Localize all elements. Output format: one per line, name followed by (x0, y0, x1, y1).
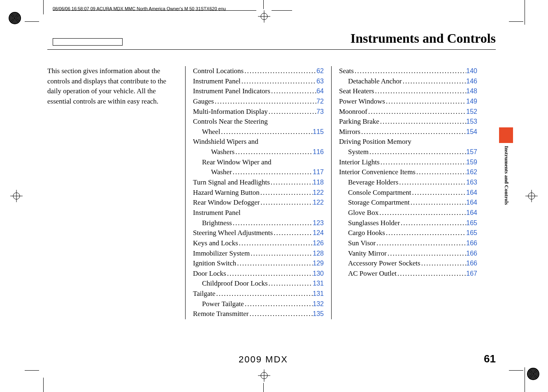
toc-label: Brightness (202, 218, 232, 228)
toc-label: Tailgate (193, 289, 216, 299)
toc-leader-dots (369, 147, 466, 157)
toc-entry: Instrument Panel63 (193, 76, 324, 87)
toc-entry: Tailgate131 (193, 289, 324, 299)
toc-page-link[interactable]: 163 (466, 178, 477, 187)
toc-page-link[interactable]: 166 (466, 249, 477, 258)
toc-entry: Washers116 (193, 147, 324, 157)
toc-leader-dots (360, 127, 466, 137)
toc-label: Washer (211, 167, 232, 178)
toc-entry: Brightness123 (193, 218, 324, 228)
toc-page-link[interactable]: 130 (313, 269, 324, 278)
toc-page-link[interactable]: 122 (313, 198, 324, 207)
toc-page-link[interactable]: 162 (466, 167, 477, 177)
toc-page-link[interactable]: 146 (466, 76, 477, 86)
toc-entry: Storage Compartment164 (339, 198, 477, 208)
toc-page-link[interactable]: 166 (466, 238, 477, 248)
toc-leader-dots (385, 97, 466, 107)
toc-label: Seats (339, 66, 354, 76)
toc-entry: Rear Window Defogger122 (193, 198, 324, 208)
crop-mark (263, 0, 264, 9)
section-tab-label: Instruments and Controls (503, 146, 510, 205)
toc-page-link[interactable]: 148 (466, 86, 477, 96)
toc-entry: Turn Signal and Headlights118 (193, 178, 324, 188)
toc-entry: Ignition Switch129 (193, 258, 324, 269)
toc-label: Detachable Anchor (348, 76, 402, 87)
crop-mark (525, 0, 525, 25)
toc-page-link[interactable]: 154 (466, 127, 477, 136)
toc-page-link[interactable]: 153 (466, 117, 477, 126)
toc-page-link[interactable]: 115 (313, 127, 324, 136)
toc-entry: Wheel115 (193, 127, 324, 137)
toc-entry: Gauges72 (193, 97, 324, 107)
toc-label: Moonroof (339, 107, 367, 117)
toc-page-link[interactable]: 126 (313, 238, 324, 248)
toc-leader-dots (260, 188, 313, 198)
toc-page-link[interactable]: 164 (466, 188, 477, 197)
toc-entry: Beverage Holders163 (339, 178, 477, 188)
toc-label: Glove Box (348, 208, 378, 218)
toc-entry: Hazard Warning Button122 (193, 188, 324, 198)
toc-page-link[interactable]: 117 (313, 167, 324, 177)
toc-entry: Sunglasses Holder165 (339, 218, 477, 228)
toc-page-link[interactable]: 124 (313, 228, 324, 238)
toc-leader-dots (244, 299, 313, 309)
toc-page-link[interactable]: 167 (466, 269, 477, 278)
toc-label: Storage Compartment (348, 198, 410, 208)
toc-label: Childproof Door Locks (202, 279, 268, 289)
toc-label: Steering Wheel Adjustments (193, 228, 273, 238)
toc-page-link[interactable]: 132 (313, 299, 324, 309)
toc-page-link[interactable]: 159 (466, 157, 477, 167)
toc-entry: Rear Window Wiper and (193, 157, 324, 168)
toc-page-link[interactable]: 149 (466, 97, 477, 106)
toc-page-link[interactable]: 123 (313, 218, 324, 228)
section-title: Instruments and Controls (47, 31, 496, 49)
toc-leader-dots (400, 218, 466, 228)
toc-label: Hazard Warning Button (193, 188, 260, 198)
toc-leader-dots (268, 279, 313, 289)
toc-page-link[interactable]: 135 (313, 309, 324, 318)
toc-page-link[interactable]: 140 (466, 66, 477, 76)
toc-leader-dots (416, 167, 466, 178)
toc-leader-dots (238, 238, 313, 249)
toc-page-link[interactable]: 131 (313, 279, 324, 288)
toc-page-link[interactable]: 165 (466, 218, 477, 228)
toc-page-link[interactable]: 129 (313, 258, 324, 268)
toc-label: Wheel (202, 127, 220, 137)
printer-mark-icon (527, 367, 540, 380)
toc-page-link[interactable]: 118 (313, 178, 324, 187)
toc-entry: Detachable Anchor146 (339, 76, 477, 87)
toc-page-link[interactable]: 64 (316, 86, 324, 96)
toc-entry: Cargo Hooks165 (339, 228, 477, 238)
toc-label: Driving Position Memory (339, 137, 411, 147)
toc-label: Controls Near the Steering (193, 117, 268, 127)
toc-page-link[interactable]: 152 (466, 107, 477, 116)
toc-page-link[interactable]: 73 (316, 107, 324, 116)
toc-entry: Glove Box164 (339, 208, 477, 218)
toc-page-link[interactable]: 164 (466, 198, 477, 207)
toc-entry: Moonroof152 (339, 107, 477, 117)
toc-page-link[interactable]: 128 (313, 249, 324, 258)
toc-leader-dots (376, 238, 466, 249)
toc-column-2: Seats140Detachable Anchor146Seat Heaters… (331, 66, 477, 319)
toc-page-link[interactable]: 131 (313, 289, 324, 298)
toc-label: Parking Brake (339, 117, 379, 127)
toc-label: Sun Visor (348, 238, 376, 249)
toc-page-link[interactable]: 157 (466, 147, 477, 157)
toc-leader-dots (250, 249, 313, 259)
toc-page-link[interactable]: 122 (313, 188, 324, 197)
toc-page-link[interactable]: 62 (316, 66, 324, 76)
toc-label: Sunglasses Holder (348, 218, 400, 228)
toc-page-link[interactable]: 72 (316, 97, 324, 106)
toc-leader-dots (380, 157, 467, 168)
toc-page-link[interactable]: 165 (466, 228, 477, 238)
toc-entry: Immobilizer System128 (193, 249, 324, 259)
toc-label: Interior Convenience Items (339, 167, 416, 178)
toc-page-link[interactable]: 166 (466, 258, 477, 268)
toc-page-link[interactable]: 63 (316, 76, 324, 86)
toc-leader-dots (273, 228, 313, 238)
toc-page-link[interactable]: 116 (313, 147, 324, 157)
toc-leader-dots (270, 178, 313, 188)
toc-page-link[interactable]: 164 (466, 208, 477, 217)
toc-leader-dots (216, 289, 313, 299)
toc-entry: Keys and Locks126 (193, 238, 324, 249)
